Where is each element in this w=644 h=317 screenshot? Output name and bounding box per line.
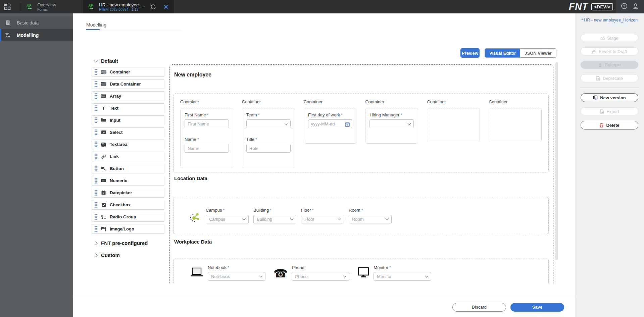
palette-group-fnt-preconfigured[interactable]: FNT pre-configured <box>94 240 165 246</box>
tab-hr-subtitle: FTEM-2025.00584 - 1.13 <box>99 7 145 11</box>
campus-select[interactable]: Campus <box>206 215 249 223</box>
hiring-manager-select[interactable] <box>369 119 414 128</box>
drag-handle-icon[interactable] <box>95 226 98 231</box>
container-row-location[interactable]: Campus* Campus Building* Building Floor*… <box>173 197 549 234</box>
drag-handle-icon[interactable] <box>95 166 98 171</box>
button-label: New version <box>600 95 626 100</box>
container-box[interactable]: Hiring Manager* <box>365 108 418 144</box>
sidebar-item-basic-data[interactable]: Basic data <box>0 16 73 29</box>
revert-to-draft-button[interactable]: Revert to Draft <box>581 47 638 55</box>
help-icon[interactable]: ? <box>621 3 628 11</box>
name-input[interactable] <box>185 144 229 153</box>
required-marker: * <box>400 112 402 117</box>
visual-editor-tab[interactable]: Visual Editor <box>485 49 520 57</box>
container-box[interactable]: First day of work* 7 <box>304 108 357 144</box>
drag-handle-icon[interactable] <box>95 105 98 111</box>
array-icon <box>101 93 106 99</box>
text-icon: T <box>101 105 106 111</box>
container-box[interactable]: First Name* Name* <box>180 108 233 168</box>
drag-handle-icon[interactable] <box>95 202 98 207</box>
palette-item-link[interactable]: Link <box>92 152 164 161</box>
palette-item-label: Radio Group <box>110 214 136 219</box>
tab-hr-new-employee[interactable]: HR - new employee_... FTEM-2025.00584 - … <box>83 0 174 13</box>
container-label: Container <box>365 99 418 104</box>
container-box[interactable]: Team* Title* <box>242 108 295 168</box>
help-glyph: ? <box>621 3 628 9</box>
container-row-workplace[interactable]: Notebook* Notebook ☎ Phone Phone Moni <box>173 259 549 283</box>
apps-grid-icon[interactable] <box>0 0 21 13</box>
apps-grid-glyph <box>4 3 11 10</box>
container-box-empty[interactable] <box>427 108 480 142</box>
canvas-scrollbar[interactable] <box>555 62 558 260</box>
drag-handle-icon[interactable] <box>95 93 98 99</box>
form-canvas[interactable]: New employee Container First Name* Name* <box>169 64 553 283</box>
container-row-new-employee[interactable]: Container First Name* Name* Container <box>173 94 549 172</box>
room-select[interactable]: Room <box>349 215 392 223</box>
release-button[interactable]: Release <box>581 61 638 69</box>
floor-select[interactable]: Floor <box>301 215 344 223</box>
palette-item-input[interactable]: Input <box>92 115 164 125</box>
refresh-icon[interactable] <box>148 0 158 13</box>
tab-modelling[interactable]: Modelling <box>86 22 106 28</box>
discard-button[interactable]: Discard <box>452 303 506 312</box>
chevron-down-icon <box>386 217 389 220</box>
drag-handle-icon[interactable] <box>95 214 98 219</box>
building-select[interactable]: Building <box>253 215 296 223</box>
team-select[interactable] <box>246 119 291 128</box>
palette-group-label: Custom <box>101 252 120 258</box>
palette-item-select[interactable]: Select <box>92 127 164 137</box>
topbar-corner: ? <box>616 0 644 13</box>
save-button[interactable]: Save <box>510 303 564 312</box>
field-campus: Campus* Campus <box>206 208 249 223</box>
palette-item-label: Textarea <box>110 142 128 147</box>
palette-group-default[interactable]: Default <box>94 58 165 64</box>
json-viewer-tab[interactable]: JSON Viewer <box>520 49 556 57</box>
chevron-down-icon <box>290 217 294 220</box>
palette-item-button[interactable]: Button <box>92 164 164 173</box>
drag-handle-icon[interactable] <box>95 129 98 135</box>
palette-item-checkbox[interactable]: Checkbox <box>92 200 164 210</box>
notebook-select[interactable]: Notebook <box>208 272 265 281</box>
monitor-select[interactable]: Monitor <box>374 272 431 281</box>
first-name-input[interactable] <box>185 119 229 128</box>
palette-item-data-container[interactable]: Data Container <box>92 79 164 89</box>
tab-overview-forms[interactable]: Overview Forms <box>21 0 78 13</box>
field-label: Phone <box>292 265 349 270</box>
palette-group-label: Default <box>101 58 118 64</box>
field-team: Team* <box>246 112 291 128</box>
palette-item-radio-group[interactable]: Radio Group <box>92 212 164 222</box>
new-version-button[interactable]: New version <box>581 93 638 102</box>
palette-item-text[interactable]: T Text <box>92 103 164 113</box>
fnt-logo: FNT <box>569 1 591 12</box>
palette-group-custom[interactable]: Custom <box>94 252 165 258</box>
drag-handle-icon[interactable] <box>95 117 98 123</box>
close-icon[interactable] <box>161 0 170 13</box>
drag-handle-icon[interactable] <box>95 154 98 159</box>
calendar-icon[interactable]: 7 <box>345 122 350 128</box>
palette-item-datepicker[interactable]: 7 Datepicker <box>92 188 164 198</box>
palette-item-textarea[interactable]: T Textarea <box>92 140 164 149</box>
drag-handle-icon[interactable] <box>95 142 98 147</box>
title-input[interactable] <box>246 144 291 153</box>
stage-button[interactable]: Stage <box>581 34 638 42</box>
drag-handle-icon[interactable] <box>95 69 98 74</box>
phone-select[interactable]: Phone <box>292 272 349 281</box>
palette-item-image-logo[interactable]: Image/Logo <box>92 224 164 234</box>
palette-item-numeric[interactable]: Numeric <box>92 176 164 186</box>
required-marker: * <box>341 112 343 117</box>
drag-handle-icon[interactable] <box>95 81 98 87</box>
container-box-empty[interactable] <box>489 108 542 142</box>
deprecate-button[interactable]: Deprecate <box>581 74 638 82</box>
app-root: Overview Forms HR - new employee_... FTE… <box>0 0 644 317</box>
container-label: Container <box>304 99 357 104</box>
palette-item-container[interactable]: Container <box>92 67 164 77</box>
drag-handle-icon[interactable] <box>95 178 98 183</box>
export-button[interactable]: Export <box>581 107 638 115</box>
palette-item-array[interactable]: Array <box>92 91 164 101</box>
drag-handle-icon[interactable] <box>95 190 98 195</box>
preview-button[interactable]: Preview <box>460 48 480 58</box>
user-icon[interactable] <box>632 3 639 11</box>
sidebar-item-modelling[interactable]: Modelling <box>0 29 73 41</box>
delete-button[interactable]: Delete <box>581 121 638 129</box>
deprecate-file-icon <box>596 76 600 81</box>
